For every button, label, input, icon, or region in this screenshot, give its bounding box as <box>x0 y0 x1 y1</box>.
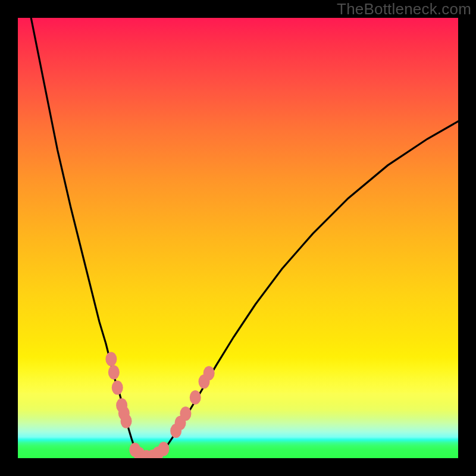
data-marker <box>105 352 117 367</box>
marker-layer <box>105 352 214 459</box>
curve-left <box>31 18 148 458</box>
data-marker <box>190 390 201 405</box>
data-marker <box>158 441 169 456</box>
data-marker <box>121 414 132 428</box>
data-marker <box>180 406 191 421</box>
data-marker <box>108 365 120 380</box>
data-marker <box>112 381 123 395</box>
plot-area <box>18 18 458 458</box>
data-marker <box>203 366 215 380</box>
chart-svg <box>18 18 458 458</box>
curve-right <box>148 121 458 458</box>
watermark-text: TheBottleneck.com <box>337 0 471 18</box>
frame: TheBottleneck.com <box>0 0 476 476</box>
